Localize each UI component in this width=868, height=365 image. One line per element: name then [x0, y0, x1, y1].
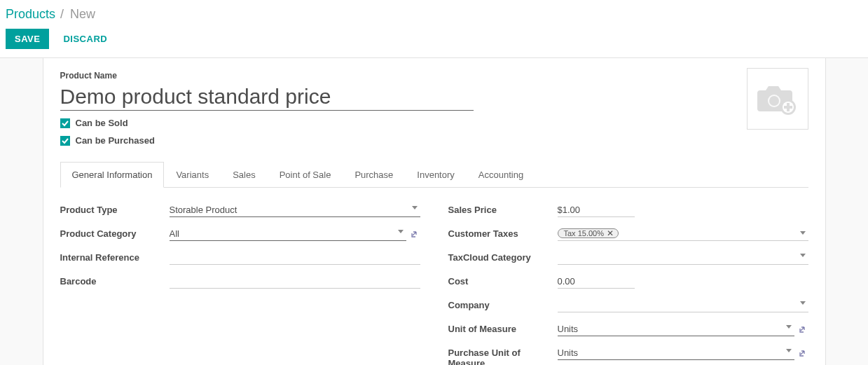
cost-label: Cost [448, 275, 558, 287]
breadcrumb-separator: / [60, 7, 64, 21]
form-sheet: Product Name Can be Sold Can be Purchase… [43, 58, 826, 365]
product-image-placeholder[interactable] [747, 68, 808, 130]
can-be-purchased-checkbox[interactable] [60, 136, 70, 146]
tabs: General Information Variants Sales Point… [60, 161, 808, 188]
external-link-icon[interactable] [799, 348, 808, 358]
internal-reference-label: Internal Reference [60, 251, 170, 263]
tab-accounting[interactable]: Accounting [467, 162, 535, 188]
right-column: Sales Price Customer Taxes Tax 15.00% ✕ [448, 203, 808, 365]
customer-taxes-label: Customer Taxes [448, 227, 558, 239]
close-icon[interactable]: ✕ [607, 229, 614, 237]
tab-general-information[interactable]: General Information [60, 162, 165, 188]
can-be-sold-checkbox[interactable] [60, 118, 70, 128]
product-type-label: Product Type [60, 203, 170, 215]
tax-tag-label: Tax 15.00% [564, 229, 604, 237]
sales-price-input[interactable] [558, 203, 635, 217]
product-name-input[interactable] [60, 82, 474, 111]
action-bar: SAVE DISCARD [0, 22, 868, 57]
barcode-input[interactable] [170, 275, 420, 289]
chevron-down-icon[interactable] [800, 231, 806, 235]
svg-rect-5 [784, 106, 792, 109]
chevron-down-icon[interactable] [412, 206, 418, 209]
taxcloud-category-select[interactable] [558, 251, 808, 265]
chevron-down-icon[interactable] [800, 301, 806, 305]
product-type-select[interactable] [170, 203, 420, 217]
uom-select[interactable] [558, 322, 794, 336]
svg-point-1 [769, 96, 779, 106]
purchase-uom-select[interactable] [558, 346, 794, 360]
product-category-label: Product Category [60, 227, 170, 239]
can-be-purchased-label[interactable]: Can be Purchased [76, 135, 155, 146]
product-name-label: Product Name [60, 71, 808, 81]
tax-tag[interactable]: Tax 15.00% ✕ [558, 228, 619, 238]
breadcrumb-current: New [70, 7, 95, 21]
left-column: Product Type Product Category [60, 203, 420, 365]
uom-label: Unit of Measure [448, 322, 558, 334]
tab-purchase[interactable]: Purchase [343, 162, 405, 188]
external-link-icon[interactable] [799, 324, 808, 334]
check-icon [62, 120, 69, 127]
taxcloud-category-label: TaxCloud Category [448, 251, 558, 263]
breadcrumb: Products / New [0, 0, 868, 22]
sales-price-label: Sales Price [448, 203, 558, 215]
tab-variants[interactable]: Variants [164, 162, 221, 188]
tab-sales[interactable]: Sales [221, 162, 268, 188]
chevron-down-icon[interactable] [786, 325, 792, 329]
chevron-down-icon[interactable] [398, 230, 404, 233]
company-select[interactable] [558, 298, 808, 312]
check-icon [62, 137, 69, 144]
barcode-label: Barcode [60, 275, 170, 287]
chevron-down-icon[interactable] [800, 254, 806, 257]
customer-taxes-field[interactable]: Tax 15.00% ✕ [558, 227, 808, 241]
camera-plus-icon [756, 82, 799, 116]
breadcrumb-parent[interactable]: Products [6, 7, 55, 21]
purchase-uom-label: Purchase Unit of Measure [448, 346, 558, 365]
chevron-down-icon[interactable] [786, 349, 792, 352]
cost-input[interactable] [558, 275, 635, 289]
company-label: Company [448, 298, 558, 310]
save-button[interactable]: SAVE [6, 29, 49, 49]
tab-inventory[interactable]: Inventory [405, 162, 466, 188]
can-be-sold-label[interactable]: Can be Sold [76, 118, 128, 128]
product-category-select[interactable] [170, 227, 406, 241]
discard-button[interactable]: DISCARD [59, 33, 111, 45]
internal-reference-input[interactable] [170, 251, 420, 265]
tab-point-of-sale[interactable]: Point of Sale [268, 162, 343, 188]
external-link-icon[interactable] [411, 229, 420, 239]
